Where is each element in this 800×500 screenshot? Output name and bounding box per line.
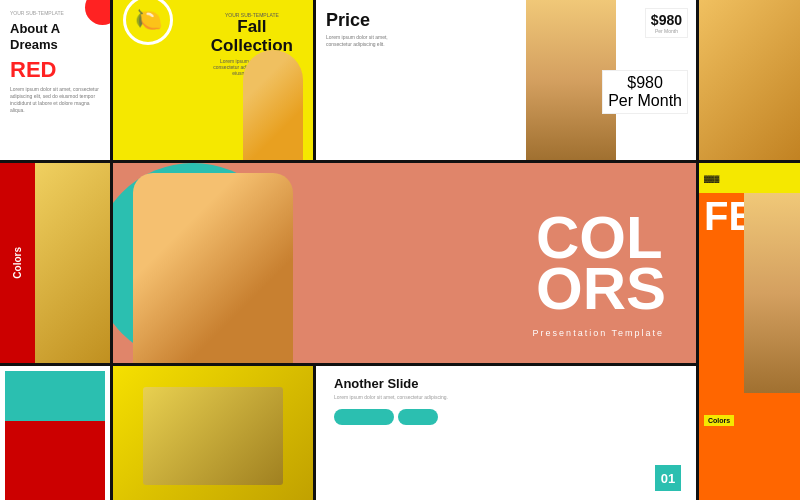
bar-3 (5, 421, 105, 466)
fall-person-image (243, 50, 303, 160)
presentation-grid: YOUR SUB-TEMPLATE About A Dreams RED Lor… (0, 0, 800, 500)
price-title: Price (326, 10, 686, 31)
slide-orange-top-right (699, 0, 800, 160)
price-tag-2: $980 Per Month (602, 70, 688, 114)
slide-another[interactable]: Another Slide Lorem ipsum dolor sit amet… (316, 366, 696, 500)
slide-fall[interactable]: 🍋 YOUR SUB-TEMPLATE FallCollection Lorem… (113, 0, 313, 160)
coffee-hand-image (133, 173, 293, 363)
fe-colors-label: Colors (704, 415, 734, 426)
slide-about[interactable]: YOUR SUB-TEMPLATE About A Dreams RED Lor… (0, 0, 110, 160)
bottom-row: 95% Statistic Another Slide Lorem ipsum … (0, 366, 800, 500)
slide-colors-sidebar[interactable]: Colors (0, 163, 110, 363)
slide-price[interactable]: Price Lorem ipsum dolor sit amet, consec… (316, 0, 696, 160)
main-colors-title: COLORS (536, 212, 666, 314)
lemon-decoration: 🍋 (123, 0, 173, 45)
price-label-1: Per Month (651, 28, 682, 34)
bar-4 (5, 466, 105, 500)
colors-sidebar-content (35, 163, 110, 363)
about-accent: RED (10, 57, 100, 83)
slide-fe[interactable]: ▓▓▓ FE Colors (699, 163, 800, 500)
another-number: 01 (655, 465, 681, 491)
price-label-2: Per Month (608, 92, 682, 110)
shoes-image (113, 366, 313, 500)
slide-main-colors[interactable]: COLORS Presentation Template (113, 163, 696, 363)
red-sidebar-bar: Colors (0, 163, 35, 363)
price-tag-1: $980 Per Month (645, 8, 688, 38)
fe-person-image (744, 193, 800, 393)
fe-stripe: ▓▓▓ (699, 163, 800, 193)
shoes-placeholder (143, 387, 283, 485)
price-body: Lorem ipsum dolor sit amet, consectetur … (326, 34, 406, 48)
about-body: Lorem ipsum dolor sit amet, consectetur … (10, 86, 100, 114)
bar-2 (5, 401, 105, 421)
slide-yellow-shoes[interactable] (113, 366, 313, 500)
price-amount-1: $980 (651, 12, 682, 28)
bar-chart (5, 371, 105, 500)
teal-pill-2 (398, 409, 438, 425)
about-title: About A Dreams (10, 21, 100, 52)
fe-stripe-label: ▓▓▓ (704, 175, 719, 182)
slide-stats[interactable]: 95% Statistic (0, 366, 110, 500)
main-colors-subtitle: Presentation Template (533, 328, 664, 338)
price-amount-2: $980 (608, 74, 682, 92)
another-title: Another Slide (334, 376, 686, 391)
teal-pill-1 (334, 409, 394, 425)
colors-sidebar-label: Colors (12, 247, 23, 279)
colors-sidebar-person (35, 163, 110, 363)
another-body: Lorem ipsum dolor sit amet, consectetur … (334, 394, 534, 401)
bar-1 (5, 371, 105, 401)
orange-person-image (699, 0, 800, 160)
